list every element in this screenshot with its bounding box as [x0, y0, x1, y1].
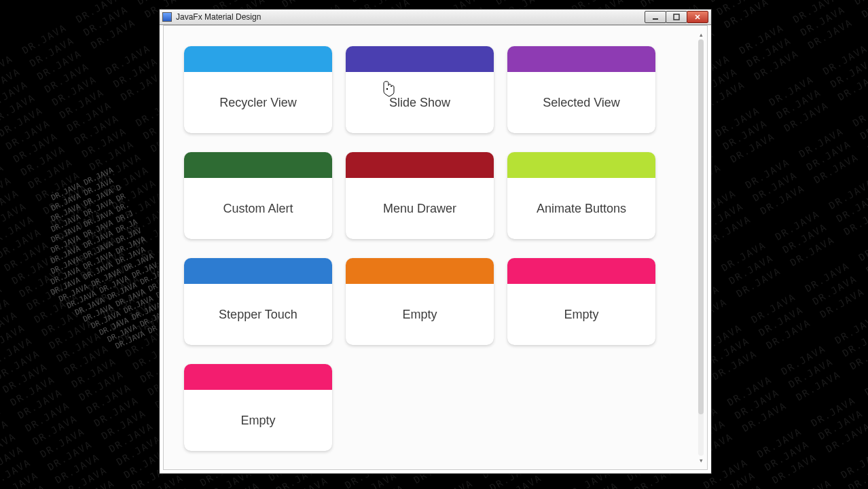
card-stripe — [507, 258, 655, 284]
card-empty-9[interactable]: Empty — [184, 364, 332, 451]
card-custom-alert-3[interactable]: Custom Alert — [184, 152, 332, 239]
card-label: Empty — [346, 284, 494, 345]
svg-rect-1 — [674, 14, 679, 20]
minimize-icon — [652, 14, 659, 20]
window-title: JavaFx Material Design — [176, 12, 261, 22]
maximize-button[interactable] — [666, 11, 687, 23]
card-stripe — [346, 152, 494, 178]
card-stripe — [184, 258, 332, 284]
card-empty-8[interactable]: Empty — [507, 258, 655, 345]
vertical-scrollbar[interactable]: ▴ ▾ — [696, 30, 706, 465]
titlebar[interactable]: JavaFx Material Design — [160, 10, 711, 25]
card-label: Menu Drawer — [346, 178, 494, 239]
close-icon — [694, 14, 701, 20]
scroll-up-arrow-icon[interactable]: ▴ — [696, 30, 706, 39]
card-label: Slide Show — [346, 72, 494, 133]
card-stripe — [346, 46, 494, 72]
card-stripe — [346, 258, 494, 284]
minimize-button[interactable] — [645, 11, 666, 23]
card-stripe — [507, 46, 655, 72]
card-slide-show-1[interactable]: Slide Show — [346, 46, 494, 133]
card-recycler-view-0[interactable]: Recycler View — [184, 46, 332, 133]
svg-rect-0 — [653, 18, 658, 20]
scroll-down-arrow-icon[interactable]: ▾ — [696, 456, 706, 465]
scroll-viewport[interactable]: Recycler ViewSlide ShowSelected ViewCust… — [164, 26, 707, 469]
card-stripe — [184, 364, 332, 390]
card-label: Recycler View — [184, 72, 332, 133]
card-menu-drawer-4[interactable]: Menu Drawer — [346, 152, 494, 239]
card-label: Empty — [184, 390, 332, 451]
maximize-icon — [673, 14, 680, 20]
scroll-thumb[interactable] — [698, 39, 704, 414]
card-stripe — [507, 152, 655, 178]
card-stepper-touch-6[interactable]: Stepper Touch — [184, 258, 332, 345]
application-window: JavaFx Material Design — [159, 9, 712, 474]
close-button[interactable] — [687, 11, 708, 23]
card-empty-7[interactable]: Empty — [346, 258, 494, 345]
card-label: Animate Buttons — [507, 178, 655, 239]
app-icon — [162, 12, 172, 22]
card-stripe — [184, 152, 332, 178]
card-label: Selected View — [507, 72, 655, 133]
client-area: Recycler ViewSlide ShowSelected ViewCust… — [163, 25, 708, 470]
card-stripe — [184, 46, 332, 72]
card-grid: Recycler ViewSlide ShowSelected ViewCust… — [184, 46, 692, 451]
card-animate-buttons-5[interactable]: Animate Buttons — [507, 152, 655, 239]
card-selected-view-2[interactable]: Selected View — [507, 46, 655, 133]
scroll-track[interactable] — [698, 39, 704, 456]
card-label: Custom Alert — [184, 178, 332, 239]
card-label: Stepper Touch — [184, 284, 332, 345]
card-label: Empty — [507, 284, 655, 345]
